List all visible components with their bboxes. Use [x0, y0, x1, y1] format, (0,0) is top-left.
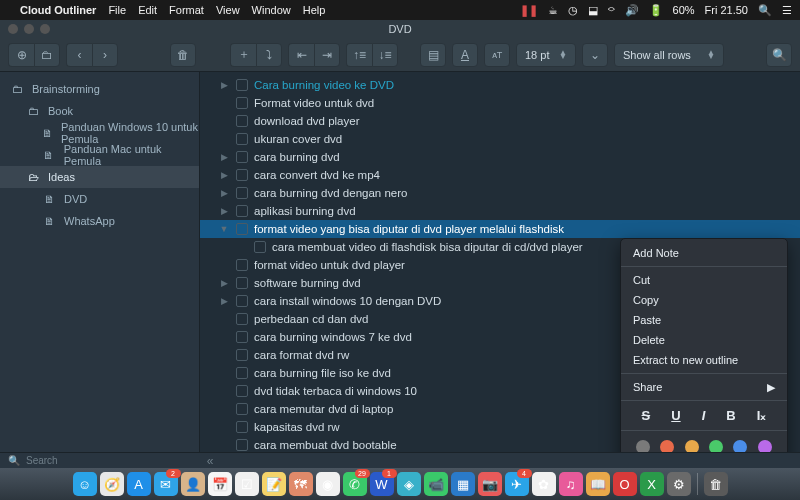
outline-text[interactable]: kapasitas dvd rw	[254, 421, 340, 433]
pause-icon[interactable]: ❚❚	[520, 4, 538, 17]
checkbox[interactable]	[236, 151, 248, 163]
outline-row[interactable]: ukuran cover dvd	[200, 130, 800, 148]
delete-button[interactable]: 🗑	[170, 43, 196, 67]
disclosure-arrow[interactable]: ▶	[218, 296, 230, 306]
disclosure-arrow[interactable]: ▶	[218, 170, 230, 180]
checkbox[interactable]	[236, 187, 248, 199]
checkbox[interactable]	[236, 367, 248, 379]
outline-row[interactable]: ▶cara burning dvd dengan nero	[200, 184, 800, 202]
timer-icon[interactable]: ◷	[568, 4, 578, 17]
new-doc-button[interactable]: ⊕	[8, 43, 34, 67]
zoom-control[interactable]	[40, 24, 50, 34]
menu-view[interactable]: View	[216, 4, 240, 16]
checkbox[interactable]	[236, 205, 248, 217]
sidebar-item[interactable]: 🗎DVD	[0, 188, 199, 210]
show-select[interactable]: Show all rows▲▼	[614, 43, 724, 67]
color-swatch[interactable]	[709, 440, 723, 452]
volume-icon[interactable]: 🔊	[625, 4, 639, 17]
collapse-sidebar-button[interactable]: «	[200, 454, 220, 468]
note-button[interactable]: ▤	[420, 43, 446, 67]
dock-notes-icon[interactable]: 📝	[262, 472, 286, 496]
outline-text[interactable]: cara memutar dvd di laptop	[254, 403, 393, 415]
checkbox[interactable]	[236, 403, 248, 415]
wifi-icon[interactable]: ⌔	[608, 4, 615, 16]
menu-file[interactable]: File	[108, 4, 126, 16]
move-up-button[interactable]: ↑≡	[346, 43, 372, 67]
minimize-control[interactable]	[24, 24, 34, 34]
format-u-button[interactable]: U	[671, 408, 680, 423]
context-menu-item[interactable]: Paste	[621, 310, 787, 330]
search-button[interactable]: 🔍	[766, 43, 792, 67]
outline-text[interactable]: cara burning dvd	[254, 151, 340, 163]
outline-row[interactable]: Format video untuk dvd	[200, 94, 800, 112]
dock-mail-icon[interactable]: ✉	[154, 472, 178, 496]
checkbox[interactable]	[236, 421, 248, 433]
dock-contacts-icon[interactable]: 👤	[181, 472, 205, 496]
menu-edit[interactable]: Edit	[138, 4, 157, 16]
sidebar-item[interactable]: 🗎WhatsApp	[0, 210, 199, 232]
dropbox-icon[interactable]: ⬓	[588, 4, 598, 17]
context-menu-share[interactable]: Share▶	[621, 377, 787, 397]
dock-facetime-icon[interactable]: 📹	[424, 472, 448, 496]
outline-text[interactable]: cara membuat dvd bootable	[254, 439, 397, 451]
filter-button[interactable]: ⌄	[582, 43, 608, 67]
context-menu-item[interactable]: Add Note	[621, 243, 787, 263]
disclosure-arrow[interactable]: ▶	[218, 80, 230, 90]
context-menu-item[interactable]: Cut	[621, 270, 787, 290]
dock-telegram-icon[interactable]: ✈	[505, 472, 529, 496]
dock-itunes-icon[interactable]: ♫	[559, 472, 583, 496]
outline-text[interactable]: cara convert dvd ke mp4	[254, 169, 380, 181]
menu-window[interactable]: Window	[252, 4, 291, 16]
checkbox[interactable]	[236, 115, 248, 127]
outline-row[interactable]: download dvd player	[200, 112, 800, 130]
color-swatch[interactable]	[685, 440, 699, 452]
disclosure-arrow[interactable]: ▶	[218, 278, 230, 288]
outline-text[interactable]: Format video untuk dvd	[254, 97, 374, 109]
dock-photos-icon[interactable]: ✿	[532, 472, 556, 496]
outline-text[interactable]: cara burning file iso ke dvd	[254, 367, 391, 379]
outline-row[interactable]: ▼format video yang bisa diputar di dvd p…	[200, 220, 800, 238]
checkbox[interactable]	[236, 259, 248, 271]
disclosure-arrow[interactable]: ▶	[218, 188, 230, 198]
dock-safari-icon[interactable]: 🧭	[100, 472, 124, 496]
dock-maps-icon[interactable]: 🗺	[289, 472, 313, 496]
outline-text[interactable]: cara burning windows 7 ke dvd	[254, 331, 412, 343]
close-control[interactable]	[8, 24, 18, 34]
outline-text[interactable]: aplikasi burning dvd	[254, 205, 356, 217]
battery-icon[interactable]: 🔋	[649, 4, 663, 17]
outline-text[interactable]: cara format dvd rw	[254, 349, 349, 361]
outline-row[interactable]: ▶cara burning dvd	[200, 148, 800, 166]
sidebar-item[interactable]: 🗁Ideas	[0, 166, 199, 188]
disclosure-arrow[interactable]: ▶	[218, 206, 230, 216]
sidebar-item[interactable]: 🗀Brainstorming	[0, 78, 199, 100]
outline-text[interactable]: Cara burning video ke DVD	[254, 79, 394, 91]
forward-button[interactable]: ›	[92, 43, 118, 67]
dock-reminders-icon[interactable]: ☑	[235, 472, 259, 496]
dock-bin-icon[interactable]: 🗑	[704, 472, 728, 496]
coffee-icon[interactable]: ☕︎	[548, 4, 558, 17]
outline-text[interactable]: cara membuat video di flashdisk bisa dip…	[272, 241, 583, 253]
color-swatch[interactable]	[733, 440, 747, 452]
textsize-button[interactable]: ᴀT	[484, 43, 510, 67]
dock-word-icon[interactable]: W	[370, 472, 394, 496]
outline-text[interactable]: dvd tidak terbaca di windows 10	[254, 385, 417, 397]
add-item-button[interactable]: ＋	[230, 43, 256, 67]
checkbox[interactable]	[236, 133, 248, 145]
color-button[interactable]: A	[452, 43, 478, 67]
dock-opera-icon[interactable]: O	[613, 472, 637, 496]
checkbox[interactable]	[236, 313, 248, 325]
checkbox[interactable]	[236, 295, 248, 307]
checkbox[interactable]	[254, 241, 266, 253]
color-swatch[interactable]	[660, 440, 674, 452]
disclosure-arrow[interactable]: ▶	[218, 152, 230, 162]
add-child-button[interactable]: ⤵	[256, 43, 282, 67]
app-name[interactable]: Cloud Outliner	[20, 4, 96, 16]
format-iₓ-button[interactable]: Iₓ	[757, 408, 767, 423]
checkbox[interactable]	[236, 169, 248, 181]
checkbox[interactable]	[236, 223, 248, 235]
checkbox[interactable]	[236, 331, 248, 343]
dock-sysprefs-icon[interactable]: ⚙	[667, 472, 691, 496]
dock-excel-icon[interactable]: X	[640, 472, 664, 496]
outline-row[interactable]: ▶cara convert dvd ke mp4	[200, 166, 800, 184]
notification-center-icon[interactable]: ☰	[782, 4, 792, 17]
